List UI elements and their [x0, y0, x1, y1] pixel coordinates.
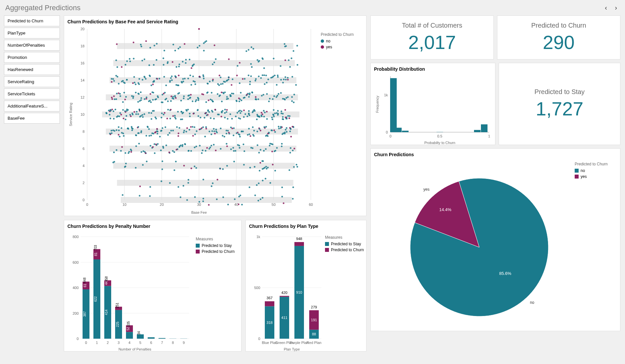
- svg-point-692: [262, 74, 263, 76]
- svg-point-553: [187, 98, 189, 100]
- svg-point-728: [283, 79, 285, 80]
- svg-text:30: 30: [197, 203, 201, 206]
- svg-point-96: [249, 167, 251, 168]
- svg-point-521: [138, 109, 140, 110]
- filter-numberofpenalties[interactable]: NumberOfPenalties: [4, 40, 60, 51]
- svg-rect-9: [117, 43, 293, 49]
- svg-point-605: [268, 101, 270, 102]
- svg-point-485: [164, 112, 165, 114]
- svg-point-464: [122, 109, 124, 111]
- svg-point-38: [262, 197, 263, 199]
- svg-point-87: [195, 167, 197, 169]
- svg-point-263: [205, 128, 207, 130]
- filter-plantype[interactable]: PlanType: [4, 28, 60, 38]
- svg-point-239: [160, 130, 162, 132]
- plan-legend-churn-icon: [325, 248, 329, 252]
- svg-point-575: [173, 98, 174, 100]
- filter-servicetickets[interactable]: ServiceTickets: [4, 88, 60, 99]
- svg-point-835: [115, 60, 117, 61]
- scatter-legend: Predicted to Churn no yes: [321, 32, 354, 216]
- svg-point-477: [197, 109, 199, 111]
- svg-text:81: 81: [94, 252, 98, 256]
- svg-point-592: [124, 99, 126, 100]
- svg-point-691: [152, 84, 154, 85]
- legend-yes: yes: [326, 45, 332, 49]
- svg-text:10: 10: [81, 112, 85, 116]
- svg-point-68: [269, 182, 271, 184]
- prev-button[interactable]: ‹: [602, 3, 610, 13]
- svg-text:420: 420: [281, 291, 287, 295]
- svg-point-255: [280, 126, 282, 128]
- svg-point-755: [142, 79, 143, 81]
- svg-point-480: [180, 119, 182, 120]
- svg-point-489: [106, 112, 107, 114]
- svg-point-104: [288, 169, 290, 171]
- svg-point-446: [182, 118, 183, 120]
- svg-point-733: [188, 78, 189, 79]
- svg-point-276: [227, 130, 229, 132]
- svg-point-483: [252, 110, 254, 112]
- svg-point-533: [132, 97, 134, 99]
- svg-point-284: [204, 136, 206, 137]
- svg-point-44: [258, 200, 259, 202]
- svg-point-467: [153, 110, 155, 111]
- plan-legend-churn: Predicted to Churn: [331, 248, 364, 252]
- next-button[interactable]: ›: [612, 3, 620, 13]
- svg-point-508: [238, 117, 240, 119]
- svg-point-354: [209, 131, 210, 132]
- filter-basefee[interactable]: BaseFee: [4, 113, 60, 124]
- filter-predicted-to-churn[interactable]: Predicted to Churn: [4, 15, 60, 26]
- svg-point-335: [155, 131, 157, 133]
- svg-point-640: [236, 100, 237, 101]
- svg-point-383: [243, 109, 245, 111]
- svg-point-190: [290, 147, 291, 149]
- svg-point-323: [257, 131, 258, 132]
- svg-point-555: [266, 93, 268, 95]
- svg-point-470: [134, 111, 135, 113]
- svg-point-680: [255, 80, 256, 82]
- filter-servicerating[interactable]: ServiceRating: [4, 76, 60, 87]
- svg-point-725: [124, 82, 126, 84]
- svg-point-399: [114, 109, 116, 110]
- svg-point-76: [178, 186, 179, 188]
- filter-hasrenewed[interactable]: HasRenewed: [4, 64, 60, 75]
- svg-point-806: [215, 58, 216, 60]
- svg-point-832: [250, 63, 252, 65]
- svg-point-343: [136, 134, 137, 136]
- svg-point-637: [211, 99, 213, 101]
- svg-point-707: [113, 80, 115, 82]
- svg-point-147: [265, 148, 267, 150]
- svg-point-339: [232, 128, 233, 129]
- svg-point-751: [183, 81, 184, 82]
- svg-point-620: [217, 93, 218, 95]
- svg-text:40: 40: [234, 203, 238, 206]
- svg-point-723: [171, 79, 173, 81]
- svg-point-80: [274, 170, 276, 171]
- svg-point-375: [235, 115, 237, 117]
- svg-point-45: [139, 195, 140, 197]
- svg-point-739: [263, 74, 265, 76]
- svg-point-353: [259, 128, 260, 130]
- pie-title: Churn Predictions: [374, 152, 617, 157]
- svg-point-432: [172, 115, 174, 117]
- filter-additionalfeatures[interactable]: AdditionalFeatureS...: [4, 101, 60, 111]
- svg-point-184: [237, 144, 239, 146]
- svg-point-808: [257, 59, 258, 61]
- svg-point-462: [177, 111, 179, 112]
- svg-point-294: [184, 130, 185, 132]
- penalty-chart: 0200400600800044838761170362281245841444…: [67, 230, 192, 352]
- svg-text:0: 0: [83, 198, 85, 202]
- svg-point-702: [220, 83, 222, 85]
- svg-point-329: [213, 131, 215, 132]
- svg-point-518: [224, 117, 226, 118]
- svg-point-191: [258, 152, 260, 154]
- svg-point-617: [198, 99, 199, 101]
- svg-point-138: [269, 143, 271, 144]
- svg-point-491: [261, 114, 262, 116]
- svg-point-249: [194, 126, 195, 128]
- svg-point-312: [186, 127, 188, 129]
- filter-promotion[interactable]: Promotion: [4, 52, 60, 63]
- svg-point-595: [114, 98, 115, 100]
- svg-point-866: [284, 43, 286, 45]
- svg-point-369: [273, 109, 274, 111]
